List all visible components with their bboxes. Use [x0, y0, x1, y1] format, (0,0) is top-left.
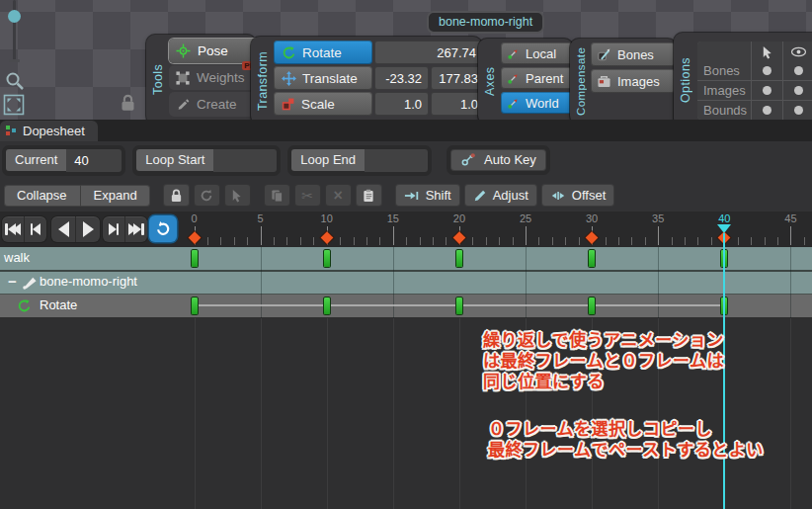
- axes-label-parent: Parent: [526, 71, 563, 86]
- options-toggle-bones-0[interactable]: [752, 61, 782, 80]
- weights-mesh-icon: [176, 71, 190, 85]
- option-dot[interactable]: [763, 86, 771, 95]
- bottom-gridline: [790, 318, 791, 509]
- compensate-button-bones[interactable]: Bones: [591, 42, 676, 66]
- loop-end-input[interactable]: [365, 149, 428, 172]
- magnifier-icon[interactable]: [5, 71, 25, 91]
- current-frame-group: Current 40: [2, 145, 125, 176]
- keyframe-marker[interactable]: [324, 297, 330, 314]
- options-toggle-bones-1[interactable]: [783, 61, 812, 80]
- dopesheet-toolbar: Collapse Expand ✂ × Shift Adjust Offset: [0, 179, 812, 212]
- ruler-keyframe-diamond[interactable]: [453, 231, 465, 243]
- paste-button[interactable]: [356, 184, 382, 207]
- weights-tool-button[interactable]: Weights PRO: [169, 65, 262, 90]
- ruler-keyframe-diamond[interactable]: [586, 231, 598, 243]
- dopesheet-row-walk[interactable]: walk: [0, 247, 812, 272]
- adjust-button[interactable]: Adjust: [464, 184, 537, 207]
- timeline-ruler[interactable]: 051015202530354045: [0, 212, 812, 247]
- rotate-value-field[interactable]: 267.74: [374, 41, 483, 64]
- row-gridline: [393, 247, 394, 318]
- bonepen-icon: [597, 47, 611, 61]
- option-dot[interactable]: [763, 106, 771, 115]
- dopesheet-row-bone-momo-right[interactable]: −bone-momo-right: [0, 272, 812, 295]
- pose-tool-button[interactable]: Pose: [169, 39, 262, 63]
- ruler-keyframe-diamond[interactable]: [188, 231, 200, 243]
- keyframe-marker[interactable]: [456, 250, 462, 267]
- keyframe-marker[interactable]: [589, 297, 595, 314]
- keyframe-marker[interactable]: [324, 250, 330, 267]
- auto-key-button[interactable]: Auto Key: [450, 149, 546, 171]
- cursor-icon: [762, 45, 773, 59]
- translate-value-field-1[interactable]: 177.83: [431, 66, 485, 90]
- dopesheet-row-Rotate[interactable]: Rotate: [0, 295, 812, 318]
- fit-view-icon[interactable]: [3, 94, 25, 116]
- tab-dopesheet[interactable]: Dopesheet: [0, 121, 98, 141]
- adjust-label: Adjust: [493, 188, 528, 203]
- zoom-slider-knob[interactable]: [8, 10, 21, 23]
- ruler-tick: [379, 237, 380, 245]
- cut-button[interactable]: ✂: [294, 184, 321, 207]
- lock-keys-button[interactable]: [163, 184, 190, 207]
- options-toggle-bounds-0[interactable]: [752, 101, 782, 120]
- offset-button[interactable]: Offset: [541, 184, 614, 207]
- scale-value-field-1[interactable]: 1.0: [431, 92, 485, 116]
- copy-button[interactable]: [264, 184, 290, 207]
- translate-button[interactable]: Translate: [274, 66, 372, 90]
- ruler-frame-label: 15: [387, 212, 399, 224]
- options-toggle-images-0[interactable]: [752, 81, 782, 100]
- axes-label-world: World: [526, 96, 559, 111]
- viewport-canvas[interactable]: Tools Pose Weights PRO Create Transform …: [0, 0, 812, 120]
- weights-tool-label: Weights: [197, 70, 245, 85]
- options-toggle-bounds-1[interactable]: [783, 101, 812, 120]
- option-dot[interactable]: [763, 66, 771, 75]
- row-label: bone-momo-right: [40, 274, 137, 289]
- scale-value-field-0[interactable]: 1.0: [374, 92, 429, 116]
- shift-button[interactable]: Shift: [395, 184, 460, 207]
- tools-panel: Tools Pose Weights PRO Create: [146, 35, 256, 125]
- current-frame-input[interactable]: 40: [66, 149, 122, 172]
- axes-button-parent[interactable]: Parent: [501, 67, 574, 89]
- ruler-keyframe-diamond[interactable]: [321, 231, 333, 243]
- ruler-label-current-frame: 40: [718, 212, 730, 224]
- collapse-button[interactable]: Collapse: [4, 185, 80, 207]
- auto-key-icon: [460, 152, 477, 167]
- keyframe-marker[interactable]: [192, 297, 198, 314]
- zoom-out-minus[interactable]: [9, 59, 20, 62]
- bottom-gridline: [393, 318, 394, 509]
- ruler-frame-label: 25: [520, 212, 531, 224]
- note-text-line: 繰り返しで使うアニメーション: [483, 330, 724, 351]
- bottom-gridline: [261, 318, 262, 509]
- delete-button[interactable]: ×: [325, 184, 352, 207]
- option-dot[interactable]: [794, 86, 803, 95]
- create-tool-button[interactable]: Create: [169, 92, 262, 117]
- keyframe-marker[interactable]: [589, 250, 595, 267]
- lock-icon[interactable]: [120, 94, 136, 112]
- timeline-header: 051015202530354045: [0, 212, 812, 247]
- cycle-button[interactable]: [194, 184, 220, 207]
- scale-icon: [282, 97, 295, 111]
- row-gridline: [526, 247, 527, 318]
- options-toggle-images-1[interactable]: [783, 81, 812, 100]
- keyframe-marker[interactable]: [456, 297, 462, 314]
- ruler-tick: [420, 237, 421, 245]
- translate-value-field-0[interactable]: -23.32: [374, 66, 429, 90]
- keyframe-marker[interactable]: [192, 250, 198, 267]
- scale-button[interactable]: Scale: [274, 92, 372, 116]
- axes-button-local[interactable]: Local: [501, 42, 574, 64]
- playhead-triangle[interactable]: [717, 224, 731, 233]
- option-dot[interactable]: [794, 66, 803, 75]
- transform-panel: Transform Rotate267.74Translate-23.32177…: [251, 37, 482, 125]
- loop-start-label: Loop Start: [136, 149, 213, 171]
- rotate-button[interactable]: Rotate: [274, 41, 372, 64]
- loop-start-input[interactable]: [213, 149, 277, 172]
- ruler-tick: [261, 226, 262, 245]
- select-cursor-button[interactable]: [224, 184, 251, 207]
- collapse-minus-icon[interactable]: −: [8, 273, 17, 290]
- compensate-button-images[interactable]: Images: [591, 69, 676, 93]
- expand-button[interactable]: Expand: [80, 185, 150, 207]
- option-dot[interactable]: [794, 106, 803, 115]
- axes-button-world[interactable]: World: [501, 92, 574, 114]
- ruler-frame-label: 30: [586, 212, 598, 224]
- shift-arrow-icon: [404, 190, 420, 202]
- translate-label: Translate: [302, 71, 358, 86]
